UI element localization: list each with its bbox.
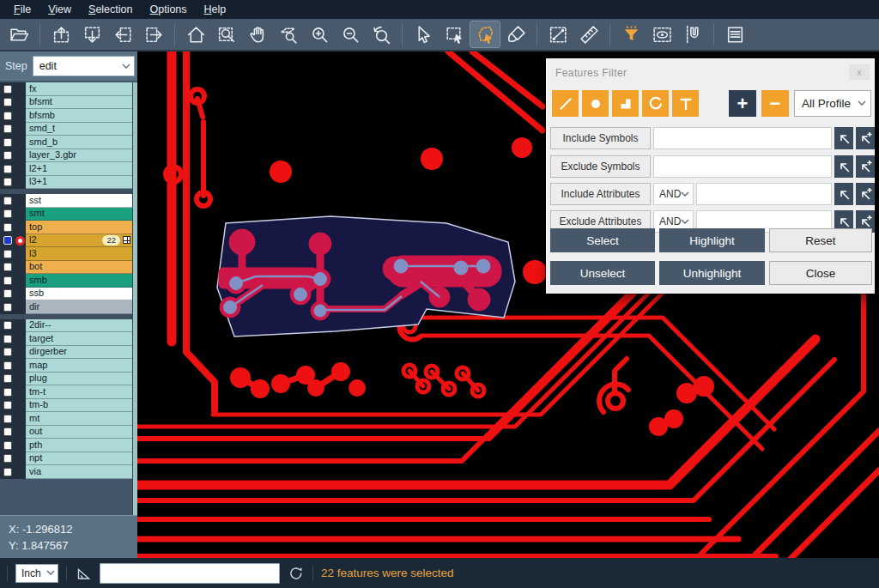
layer-checkbox-smd_t[interactable] xyxy=(3,124,12,133)
pan-hand-icon[interactable] xyxy=(243,21,272,47)
layer-checkbox-target[interactable] xyxy=(3,335,12,343)
layer-name[interactable]: npt xyxy=(26,452,137,466)
layer-name[interactable]: tm-t xyxy=(26,385,137,399)
pick-add-symbol-button[interactable] xyxy=(856,127,875,149)
measure-ruler-icon[interactable] xyxy=(574,21,603,47)
layer-checkbox-dirgerber[interactable] xyxy=(3,348,12,356)
active-layer-indicator-cell[interactable] xyxy=(15,332,26,346)
select-button[interactable]: Select xyxy=(550,228,655,252)
layer-row-via[interactable]: via xyxy=(0,465,137,479)
layer-checkbox-smd_b[interactable] xyxy=(3,138,12,147)
layer-name[interactable]: l3 xyxy=(26,247,137,261)
layer-row-layer_3.gbr[interactable]: layer_3.gbr xyxy=(0,149,137,163)
features-filter-icon[interactable] xyxy=(616,21,646,47)
active-layer-indicator-cell[interactable] xyxy=(15,465,26,479)
menu-view[interactable]: View xyxy=(39,2,80,17)
pan-up-icon[interactable] xyxy=(46,21,76,47)
layer-name[interactable]: dirgerber xyxy=(26,346,137,360)
zoom-window-icon[interactable] xyxy=(212,21,241,47)
active-layer-indicator-cell[interactable] xyxy=(15,247,26,261)
active-layer-indicator-cell[interactable] xyxy=(15,123,26,136)
layer-checkbox-top[interactable] xyxy=(3,223,12,232)
layer-checkbox-via[interactable] xyxy=(3,468,12,476)
layer-name[interactable]: smd_b xyxy=(26,136,137,149)
step-select[interactable]: edit xyxy=(33,56,135,76)
layer-row-out[interactable]: out xyxy=(0,426,137,439)
layer-name[interactable]: smt xyxy=(26,208,137,221)
layer-checkbox-l3[interactable] xyxy=(3,250,12,258)
active-layer-indicator-cell[interactable] xyxy=(15,234,26,248)
layer-checkbox-mt[interactable] xyxy=(3,415,12,423)
layer-checkbox-ssb[interactable] xyxy=(3,289,12,298)
layer-checkbox-bot[interactable] xyxy=(3,263,12,271)
layer-checkbox-smt[interactable] xyxy=(3,209,12,218)
active-layer-indicator-cell[interactable] xyxy=(15,426,26,439)
active-layer-indicator-cell[interactable] xyxy=(15,109,26,123)
layer-row-l2[interactable]: l222 xyxy=(0,234,137,248)
layer-row-mt[interactable]: mt xyxy=(0,412,137,426)
pan-down-icon[interactable] xyxy=(77,21,106,47)
filter-type-surface-button[interactable] xyxy=(612,90,639,117)
layer-row-smd_t[interactable]: smd_t xyxy=(0,123,137,136)
include-symbols-button[interactable]: Include Symbols xyxy=(550,127,651,149)
active-layer-indicator-cell[interactable] xyxy=(15,82,26,96)
angle-measure-icon[interactable] xyxy=(75,565,92,582)
measure-distance-icon[interactable] xyxy=(543,21,573,47)
active-layer-indicator-cell[interactable] xyxy=(15,274,26,288)
active-layer-indicator-cell[interactable] xyxy=(15,439,26,452)
layer-row-plug[interactable]: plug xyxy=(0,373,137,386)
view-options-icon[interactable] xyxy=(647,21,676,47)
layer-row-ssb[interactable]: ssb xyxy=(0,288,137,301)
layer-checkbox-pth[interactable] xyxy=(3,441,12,450)
zoom-previous-icon[interactable] xyxy=(367,21,396,47)
active-layer-indicator-cell[interactable] xyxy=(15,452,26,466)
layer-row-dirgerber[interactable]: dirgerber xyxy=(0,346,137,360)
active-layer-indicator-cell[interactable] xyxy=(15,346,26,360)
pan-right-icon[interactable] xyxy=(139,21,168,47)
layer-name[interactable]: smd_t xyxy=(26,123,137,136)
active-layer-indicator-cell[interactable] xyxy=(15,261,26,275)
layer-name[interactable]: via xyxy=(26,465,137,479)
menu-selection[interactable]: Selection xyxy=(80,2,141,17)
exclude-symbols-button[interactable]: Exclude Symbols xyxy=(550,155,651,178)
pick-add-attribute-button[interactable] xyxy=(856,183,875,205)
layer-name[interactable]: mt xyxy=(26,412,137,426)
active-layer-indicator-cell[interactable] xyxy=(15,399,26,413)
layer-checkbox-tm-t[interactable] xyxy=(3,388,12,397)
layer-row-fx[interactable]: fx xyxy=(0,82,137,96)
layer-name[interactable]: 2dir-- xyxy=(26,319,137,333)
pick-symbol-button[interactable] xyxy=(834,155,853,178)
layer-checkbox-bfsmb[interactable] xyxy=(3,112,12,120)
include-attributes-button[interactable]: Include Attributes xyxy=(550,183,651,205)
layer-checkbox-tm-b[interactable] xyxy=(3,401,12,409)
close-button[interactable]: Close xyxy=(769,261,872,285)
active-layer-indicator-cell[interactable] xyxy=(15,136,26,149)
layer-row-map[interactable]: map xyxy=(0,359,137,373)
layer-name[interactable]: pth xyxy=(26,439,137,452)
layer-name[interactable]: tm-b xyxy=(26,399,137,413)
units-select[interactable]: Inch xyxy=(15,564,58,583)
layer-row-bot[interactable]: bot xyxy=(0,261,137,275)
layer-row-pth[interactable]: pth xyxy=(0,439,137,452)
layer-name[interactable]: plug xyxy=(26,373,137,386)
active-layer-indicator-cell[interactable] xyxy=(15,359,26,373)
layer-name[interactable]: map xyxy=(26,359,137,373)
layer-checkbox-plug[interactable] xyxy=(3,374,12,383)
include-attributes-operator-select[interactable]: AND xyxy=(653,183,694,205)
layer-row-dir[interactable]: dir xyxy=(0,300,137,314)
menu-help[interactable]: Help xyxy=(196,2,235,17)
layer-checkbox-out[interactable] xyxy=(3,427,12,436)
layer-checkbox-l2[interactable] xyxy=(3,236,12,245)
active-layer-indicator-cell[interactable] xyxy=(15,149,26,163)
pan-left-icon[interactable] xyxy=(108,21,137,47)
command-input[interactable] xyxy=(100,563,280,584)
layer-checkbox-npt[interactable] xyxy=(3,454,12,463)
layer-checkbox-dir[interactable] xyxy=(3,303,12,312)
active-layer-indicator-cell[interactable] xyxy=(15,162,26,176)
layer-checkbox-fx[interactable] xyxy=(3,85,12,94)
active-layer-indicator-cell[interactable] xyxy=(15,96,26,110)
filter-type-text-button[interactable] xyxy=(672,90,699,117)
layer-row-npt[interactable]: npt xyxy=(0,452,137,466)
filter-add-button[interactable]: + xyxy=(729,90,756,117)
layer-name[interactable]: dir xyxy=(26,300,137,314)
